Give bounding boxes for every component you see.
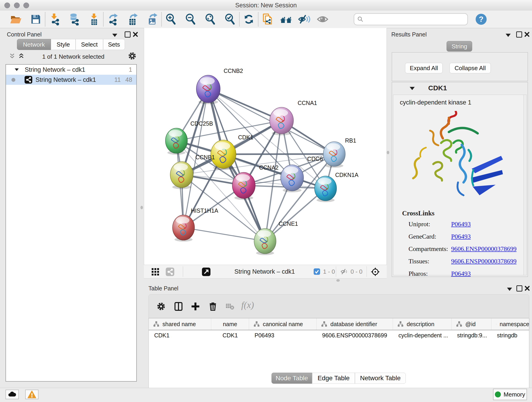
column-header-canonical-name[interactable]: canonical name: [249, 318, 317, 330]
zoom-fit-button[interactable]: [204, 12, 217, 26]
import-network-database-button[interactable]: [68, 12, 81, 26]
delete-column-button[interactable]: [207, 300, 219, 313]
table-cell[interactable]: CDK1: [149, 330, 211, 340]
home-button[interactable]: [279, 12, 292, 26]
edge-CDKN1A-CCNE1[interactable]: [265, 188, 326, 241]
tab-network[interactable]: Network: [17, 39, 51, 50]
table-panel-float-button[interactable]: [516, 285, 522, 291]
open-in-new-window-button[interactable]: [201, 267, 211, 277]
zoom-selected-button[interactable]: [224, 12, 236, 26]
node-CDK1[interactable]: CDK1: [211, 134, 253, 170]
hide-selected-button[interactable]: [298, 12, 311, 26]
tab-string[interactable]: String: [447, 41, 472, 51]
column-header-database-identifier[interactable]: database identifier: [317, 318, 393, 330]
tab-network-table[interactable]: Network Table: [355, 373, 406, 384]
crosslink-link[interactable]: 9606.ENSP00000378699: [451, 245, 516, 253]
show-columns-button[interactable]: [172, 300, 184, 313]
table-panel-close-button[interactable]: [524, 285, 530, 291]
help-button[interactable]: ?: [476, 14, 487, 25]
protein-collapse-button[interactable]: [409, 86, 415, 91]
table-cell[interactable]: P06493: [249, 330, 317, 340]
import-table-file-button[interactable]: [88, 12, 100, 26]
column-header--id[interactable]: @id: [452, 318, 491, 330]
crosslink-link[interactable]: P06493: [451, 220, 471, 228]
checkbox-icon[interactable]: [313, 268, 320, 275]
show-all-button[interactable]: [316, 12, 329, 26]
zoom-in-button[interactable]: [165, 12, 177, 26]
edge-CDK1-RB1[interactable]: [223, 154, 334, 154]
column-header-name[interactable]: name: [211, 318, 249, 330]
export-image-button[interactable]: [146, 12, 158, 26]
vertical-splitter-grip[interactable]: [140, 206, 143, 209]
vertical-splitter-grip[interactable]: [387, 151, 389, 154]
table-panel-menu-button[interactable]: [507, 287, 513, 292]
search-input[interactable]: [363, 16, 464, 23]
tab-select[interactable]: Select: [76, 39, 103, 50]
table-cell[interactable]: stringdb: [491, 330, 530, 340]
zoom-out-button[interactable]: [184, 12, 197, 26]
network-row-selected[interactable]: String Network – cdk1 11 48: [6, 75, 136, 85]
birds-eye-view-button[interactable]: [151, 267, 160, 276]
results-panel-float-button[interactable]: [516, 32, 522, 37]
results-panel-menu-button[interactable]: [505, 33, 511, 38]
control-panel-close-button[interactable]: [133, 32, 138, 37]
edge-HIST1H1A-CCNE1[interactable]: [184, 228, 265, 241]
crosslink-link[interactable]: P06493: [451, 270, 471, 277]
fit-selected-button[interactable]: [370, 267, 380, 277]
refresh-button[interactable]: [242, 12, 255, 26]
crosslink-link[interactable]: P06493: [451, 233, 471, 240]
node-CCNE1[interactable]: CCNE1: [254, 220, 298, 255]
export-network-button[interactable]: [106, 12, 119, 26]
network-options-button[interactable]: [127, 51, 137, 61]
create-column-button[interactable]: [190, 300, 201, 313]
tab-sets[interactable]: Sets: [103, 39, 125, 50]
eye-slash-icon: [298, 13, 311, 26]
crosslink-label: Compartments:: [409, 245, 448, 253]
network-canvas[interactable]: CCNB2CCNA1CDC25BCDK1CDC6RB1CCNB1CCNA2CDK…: [144, 28, 387, 265]
tab-node-table[interactable]: Node Table: [272, 373, 312, 384]
collapse-all-tree-button[interactable]: [8, 52, 16, 60]
table-cell[interactable]: CDK1: [211, 330, 249, 340]
import-network-file-button[interactable]: [48, 12, 61, 26]
collapse-all-button[interactable]: Collapse All: [450, 63, 491, 73]
expand-all-tree-button[interactable]: [17, 52, 25, 60]
node-CCNA1[interactable]: CCNA1: [270, 100, 317, 135]
column-header-shared-name[interactable]: shared name: [149, 318, 211, 330]
table-cell[interactable]: stringdb:9...: [452, 330, 491, 340]
node-RB1[interactable]: RB1: [323, 137, 356, 168]
control-panel-float-button[interactable]: [125, 32, 131, 37]
network-collection-row[interactable]: String Network – cdk1 1: [6, 65, 136, 75]
table-cell[interactable]: 9606.ENSP00000378699: [317, 330, 393, 340]
function-builder-button[interactable]: f(x): [241, 300, 254, 310]
crosshair-icon: [370, 267, 380, 277]
tab-style[interactable]: Style: [51, 39, 76, 50]
node-HIST1H1A[interactable]: HIST1H1A: [172, 207, 218, 242]
window-title: Session: New Session: [0, 0, 532, 11]
control-panel-menu-button[interactable]: [112, 33, 118, 38]
warning-status-button[interactable]: [25, 390, 38, 399]
column-header-namespace[interactable]: namespace: [491, 318, 530, 330]
column-header-description[interactable]: description: [393, 318, 452, 330]
copy-style-button[interactable]: [261, 12, 274, 26]
tab-edge-table[interactable]: Edge Table: [312, 373, 355, 384]
network-selection-summary: 1 of 1 Network selected: [27, 53, 119, 60]
network-view-share-button[interactable]: [165, 267, 175, 277]
memory-button[interactable]: Memory: [493, 389, 527, 400]
export-table-button[interactable]: [126, 12, 139, 26]
houses-icon: [279, 13, 292, 26]
results-panel-close-button[interactable]: [524, 32, 530, 37]
float-window-icon: [125, 32, 131, 38]
main-toolbar: ?: [0, 11, 532, 28]
open-session-button[interactable]: [9, 12, 22, 26]
save-session-button[interactable]: [29, 12, 42, 26]
node-CDKN1A[interactable]: CDKN1A: [315, 172, 359, 202]
horizontal-splitter-grip[interactable]: [336, 279, 340, 282]
delete-table-button[interactable]: [224, 300, 236, 313]
node-label-CDC25B: CDC25B: [190, 120, 213, 127]
results-scrollbar[interactable]: [524, 95, 527, 275]
cloud-status-button[interactable]: [6, 390, 19, 399]
crosslink-link[interactable]: 9606.ENSP00000378699: [451, 258, 516, 265]
expand-all-button[interactable]: Expand All: [405, 63, 443, 73]
table-options-button[interactable]: [155, 300, 167, 313]
table-cell[interactable]: cyclin-dependent ...: [393, 330, 452, 340]
